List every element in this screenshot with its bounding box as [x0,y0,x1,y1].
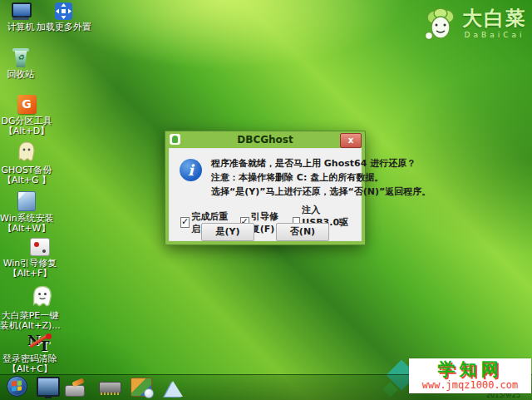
desktop-icon-hotkey: 【Alt+W】 [0,224,53,233]
logo-title: 大白菜 [462,7,527,29]
desktop-icon-dabaicai-pe[interactable]: 大白菜PE一键 装机(Alt+Z)... [0,284,60,330]
dialog-message-line2: 注意：本操作将删除 C: 盘上的所有数据。 [211,171,383,184]
dabaicai-ghost-icon [30,284,55,309]
yes-button[interactable]: 是(Y) [201,223,254,241]
desktop-icon-hotkey: 【Alt+G 】 [0,175,53,185]
taskbar-input-method-icon[interactable] [165,381,183,397]
desktop-icon-label: 登录密码清除 [0,354,60,363]
taskbar-memory-icon[interactable] [99,382,121,393]
desktop-icon-label: 回收站 [2,70,40,79]
desktop: 计算机 加载更多外置 ♻ 回收站 G DG分区工具 【Alt+D】 GHOST备… [0,0,532,400]
close-icon[interactable]: x [340,133,362,148]
dialog-body: i 程序准备就绪，是否马上用 Ghost64 进行还原？ 注意：本操作将删除 C… [169,148,362,241]
desktop-icon-hotkey: 【Alt+F】 [0,269,60,278]
desktop-icon-recycle-bin[interactable]: ♻ 回收站 [2,48,40,79]
taskbar-display-icon[interactable] [37,377,60,397]
desktop-icon-label: 计算机 [2,22,40,32]
desktop-icon-label: 大白菜PE一键 [0,311,60,320]
taskbar-disk-cleaner-icon[interactable] [65,380,85,397]
dialog-message-line3: 选择“是(Y)”马上进行还原，选择“否(N)”返回程序。 [211,185,431,198]
windows-flag-icon [12,380,22,391]
recycle-bin-icon: ♻ [12,48,29,67]
dbcghost-dialog: DBCGhost x i 程序准备就绪，是否马上用 Ghost64 进行还原？ … [165,131,366,245]
checkbox-box[interactable]: ✓ [180,217,190,228]
desktop-icon-password-clear[interactable]: NT 登录密码清除 【Alt+C】 [0,332,60,373]
desktop-icon-hotkey: 【Alt+D】 [0,126,53,136]
no-button[interactable]: 否(N) [276,223,329,241]
logo-subtitle: DaBaiCai [462,31,527,39]
start-button[interactable] [7,376,27,397]
info-icon: i [180,159,202,181]
dialog-message-line1: 程序准备就绪，是否马上用 Ghost64 进行还原？ [211,157,416,170]
desktop-icon-label: Win系统安装 [0,214,53,223]
desktop-icon-more-tools[interactable]: 加载更多外置 [37,2,90,32]
ghost-icon [16,141,37,163]
desktop-icon-dg-partition[interactable]: G DG分区工具 【Alt+D】 [0,95,53,136]
taskbar-imaging-icon[interactable] [131,378,152,397]
dialog-title: DBCGhost [165,131,365,148]
watermark-box: 学知网 www.jmqz1000.com [409,358,531,393]
desktop-icon-label: Win引导修复 [0,259,60,268]
dabaicai-logo: 大白菜 DaBaiCai [424,7,527,49]
desktop-icon-label: DG分区工具 [0,116,53,126]
desktop-icon-computer[interactable]: 计算机 [2,2,40,32]
ntpwedit-icon: NT [27,332,52,352]
dabaicai-mascot-icon [424,7,457,49]
computer-icon [10,2,32,20]
watermark-title: 学知网 [409,359,531,379]
desktop-icon-hotkey: 装机(Alt+Z)... [0,321,60,330]
watermark-url: www.jmqz1000.com [409,379,531,391]
desktop-icon-label: 加载更多外置 [37,22,90,32]
desktop-icon-label: GHOST备份 [0,165,53,175]
diskgenius-icon: G [17,95,37,114]
desktop-icon-ghost-backup[interactable]: GHOST备份 【Alt+G 】 [0,141,53,185]
desktop-icon-win-install[interactable]: Win系统安装 【Alt+W】 [0,191,53,233]
external-tools-icon [55,2,72,20]
desktop-icon-hotkey: 【Alt+C】 [0,364,60,373]
desktop-icon-boot-repair[interactable]: Win引导修复 【Alt+F】 [0,238,60,278]
install-package-icon [17,191,36,211]
boot-repair-icon [30,238,50,256]
